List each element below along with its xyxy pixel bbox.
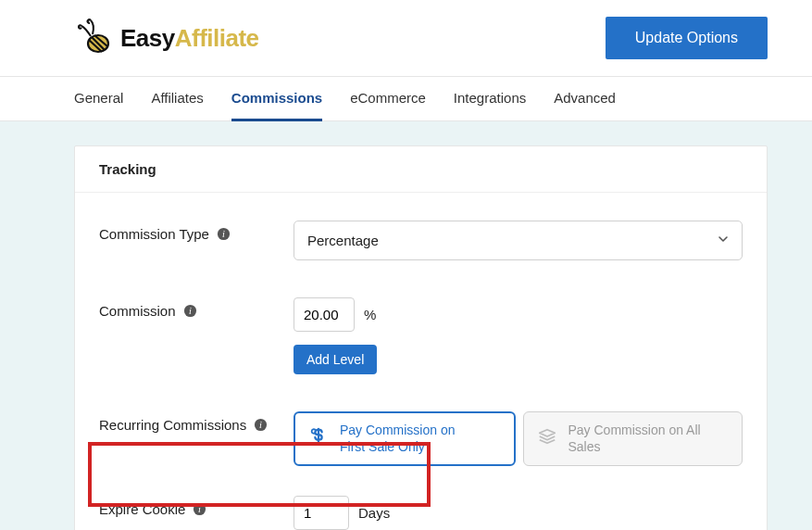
svg-text:i: i	[189, 306, 192, 316]
logo-text: EasyAffiliate	[120, 24, 259, 53]
update-options-button[interactable]: Update Options	[606, 17, 768, 59]
label-commission-type-text: Commission Type	[99, 226, 209, 242]
commission-type-value: Percentage	[307, 233, 379, 248]
bee-icon	[74, 18, 115, 58]
info-icon[interactable]: i	[183, 304, 197, 318]
row-expire-cookie: Expire Cookie i Days	[99, 477, 743, 530]
stack-icon	[537, 426, 557, 451]
tab-integrations[interactable]: Integrations	[454, 77, 526, 121]
expire-cookie-unit: Days	[358, 505, 390, 521]
add-level-button[interactable]: Add Level	[294, 345, 377, 374]
expire-cookie-input[interactable]	[294, 496, 349, 530]
logo: EasyAffiliate	[74, 18, 259, 58]
commission-value-input[interactable]	[294, 297, 355, 332]
tab-commissions[interactable]: Commissions	[231, 77, 322, 121]
svg-text:i: i	[198, 504, 201, 514]
commission-unit: %	[364, 307, 376, 322]
control-commission: % Add Level	[294, 297, 743, 374]
control-recurring: Pay Commission on First Sale Only Pay Co…	[294, 411, 743, 466]
info-icon[interactable]: i	[193, 502, 206, 516]
tab-advanced[interactable]: Advanced	[554, 77, 616, 121]
info-icon[interactable]: i	[217, 227, 231, 241]
recurring-first-sale-option[interactable]: Pay Commission on First Sale Only	[294, 411, 516, 466]
info-icon[interactable]: i	[254, 418, 268, 432]
row-recurring: Recurring Commissions i Pay Commission o…	[99, 393, 743, 477]
commission-type-select[interactable]: Percentage	[294, 221, 743, 260]
recurring-first-sale-label: Pay Commission on First Sale Only	[340, 423, 479, 455]
logo-easy: Easy	[120, 24, 175, 52]
tab-affiliates[interactable]: Affiliates	[151, 77, 203, 121]
tab-ecommerce[interactable]: eCommerce	[350, 77, 426, 121]
label-recurring-text: Recurring Commissions	[99, 417, 246, 433]
tabs-bar: General Affiliates Commissions eCommerce…	[0, 77, 812, 121]
chevron-down-icon	[718, 233, 729, 247]
tracking-panel: Tracking Commission Type i Percentage	[74, 145, 768, 530]
tab-general[interactable]: General	[74, 77, 123, 121]
recurring-all-sales-option[interactable]: Pay Commission on All Sales	[523, 411, 743, 466]
logo-affiliate: Affiliate	[175, 24, 259, 52]
control-expire-cookie: Days	[294, 496, 743, 530]
row-commission: Commission i % Add Level	[99, 279, 743, 393]
control-commission-type: Percentage	[294, 221, 743, 260]
row-commission-type: Commission Type i Percentage	[99, 202, 743, 279]
svg-text:i: i	[222, 229, 225, 239]
dollar-icon	[308, 426, 329, 451]
top-bar: EasyAffiliate Update Options	[0, 0, 812, 77]
panel-title: Tracking	[75, 146, 767, 193]
label-commission-text: Commission	[99, 303, 176, 319]
recurring-all-sales-label: Pay Commission on All Sales	[568, 423, 730, 455]
label-commission: Commission i	[99, 297, 294, 319]
label-expire-cookie-text: Expire Cookie	[99, 501, 185, 517]
label-recurring: Recurring Commissions i	[99, 411, 294, 433]
label-commission-type: Commission Type i	[99, 221, 294, 242]
content-area: Tracking Commission Type i Percentage	[0, 121, 812, 530]
svg-text:i: i	[259, 420, 262, 430]
panel-body: Commission Type i Percentage	[75, 193, 767, 530]
label-expire-cookie: Expire Cookie i	[99, 496, 294, 517]
